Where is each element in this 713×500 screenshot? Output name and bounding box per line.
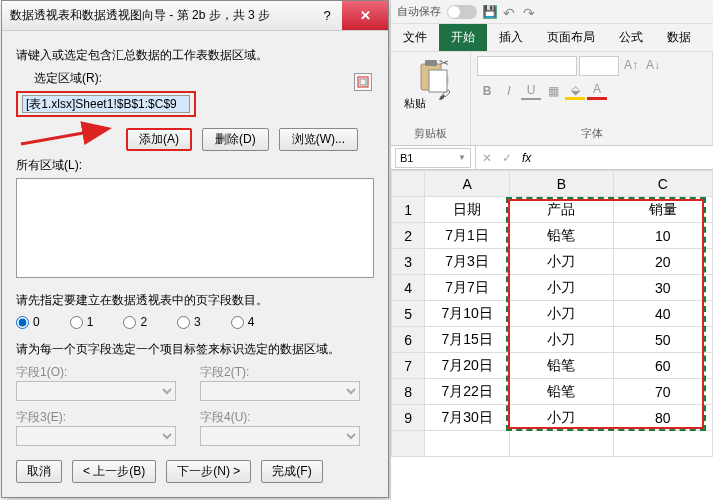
browse-button[interactable]: 浏览(W)... xyxy=(279,128,358,151)
radio-1[interactable]: 1 xyxy=(70,315,94,329)
next-button[interactable]: 下一步(N) > xyxy=(166,460,251,483)
cell[interactable]: 7月3日 xyxy=(425,249,510,275)
field4-label: 字段4(U): xyxy=(200,409,360,426)
range-picker-icon[interactable] xyxy=(354,73,372,91)
radio-0[interactable]: 0 xyxy=(16,315,40,329)
cell[interactable]: 铅笔 xyxy=(510,223,614,249)
row-header[interactable]: 6 xyxy=(392,327,425,353)
range-highlight xyxy=(16,91,196,117)
back-button[interactable]: < 上一步(B) xyxy=(72,460,156,483)
cell[interactable]: 7月1日 xyxy=(425,223,510,249)
row-header[interactable]: 3 xyxy=(392,249,425,275)
tab-data[interactable]: 数据 xyxy=(655,24,703,51)
tab-home[interactable]: 开始 xyxy=(439,24,487,51)
range-label: 选定区域(R): xyxy=(34,70,374,87)
confirm-formula-icon[interactable]: ✓ xyxy=(502,151,512,165)
border-icon[interactable]: ▦ xyxy=(543,82,563,100)
save-icon[interactable]: 💾 xyxy=(483,5,497,19)
cell[interactable]: 7月20日 xyxy=(425,353,510,379)
font-size-select[interactable] xyxy=(579,56,619,76)
increase-font-icon[interactable]: A↑ xyxy=(621,56,641,74)
spreadsheet-grid[interactable]: A B C 1日期产品销量 27月1日铅笔10 37月3日小刀20 47月7日小… xyxy=(391,170,713,457)
decrease-font-icon[interactable]: A↓ xyxy=(643,56,663,74)
cell[interactable] xyxy=(613,431,712,457)
cell[interactable]: 日期 xyxy=(425,197,510,223)
all-regions-list[interactable] xyxy=(16,178,374,278)
tab-file[interactable]: 文件 xyxy=(391,24,439,51)
radio-3[interactable]: 3 xyxy=(177,315,201,329)
col-header-B[interactable]: B xyxy=(510,171,614,197)
help-button[interactable]: ? xyxy=(312,1,342,30)
delete-button[interactable]: 删除(D) xyxy=(202,128,269,151)
row-header[interactable]: 8 xyxy=(392,379,425,405)
select-all-corner[interactable] xyxy=(392,171,425,197)
row-header[interactable] xyxy=(392,431,425,457)
cell[interactable]: 小刀 xyxy=(510,405,614,431)
font-color-icon[interactable]: A xyxy=(587,82,607,100)
col-header-C[interactable]: C xyxy=(613,171,712,197)
undo-icon[interactable]: ↶ xyxy=(503,5,517,19)
cancel-formula-icon[interactable]: ✕ xyxy=(482,151,492,165)
field3-label: 字段3(E): xyxy=(16,409,176,426)
cell[interactable]: 销量 xyxy=(613,197,712,223)
cell[interactable] xyxy=(510,431,614,457)
cell[interactable]: 铅笔 xyxy=(510,379,614,405)
fx-icon[interactable]: fx xyxy=(522,151,531,165)
fill-color-icon[interactable]: ⬙ xyxy=(565,82,585,100)
cell[interactable]: 小刀 xyxy=(510,275,614,301)
underline-icon[interactable]: U xyxy=(521,82,541,100)
row-header[interactable]: 9 xyxy=(392,405,425,431)
row-header[interactable]: 7 xyxy=(392,353,425,379)
row-header[interactable]: 2 xyxy=(392,223,425,249)
svg-rect-1 xyxy=(360,79,366,85)
col-header-A[interactable]: A xyxy=(425,171,510,197)
font-select[interactable] xyxy=(477,56,577,76)
tab-layout[interactable]: 页面布局 xyxy=(535,24,607,51)
field1-select[interactable] xyxy=(16,381,176,401)
tab-insert[interactable]: 插入 xyxy=(487,24,535,51)
cell[interactable]: 80 xyxy=(613,405,712,431)
name-box[interactable]: B1▼ xyxy=(395,148,471,168)
svg-rect-6 xyxy=(429,70,447,92)
add-button[interactable]: 添加(A) xyxy=(126,128,192,151)
cell[interactable]: 7月7日 xyxy=(425,275,510,301)
arrow-annotation xyxy=(16,127,116,151)
cell[interactable]: 小刀 xyxy=(510,327,614,353)
cell[interactable]: 40 xyxy=(613,301,712,327)
field2-select[interactable] xyxy=(200,381,360,401)
paste-button[interactable]: 粘贴 xyxy=(397,56,433,111)
field4-select[interactable] xyxy=(200,426,360,446)
row-header[interactable]: 1 xyxy=(392,197,425,223)
cell[interactable]: 7月22日 xyxy=(425,379,510,405)
cell[interactable]: 小刀 xyxy=(510,249,614,275)
row-header[interactable]: 4 xyxy=(392,275,425,301)
row-header[interactable]: 5 xyxy=(392,301,425,327)
radio-2[interactable]: 2 xyxy=(123,315,147,329)
radio-4[interactable]: 4 xyxy=(231,315,255,329)
cell[interactable]: 7月30日 xyxy=(425,405,510,431)
cell[interactable]: 10 xyxy=(613,223,712,249)
cell[interactable]: 70 xyxy=(613,379,712,405)
field3-select[interactable] xyxy=(16,426,176,446)
cell[interactable]: 30 xyxy=(613,275,712,301)
cell[interactable]: 7月10日 xyxy=(425,301,510,327)
close-button[interactable]: ✕ xyxy=(342,1,388,30)
cell[interactable]: 铅笔 xyxy=(510,353,614,379)
cell[interactable]: 60 xyxy=(613,353,712,379)
finish-button[interactable]: 完成(F) xyxy=(261,460,322,483)
cell[interactable]: 20 xyxy=(613,249,712,275)
field-label-instruction: 请为每一个页字段选定一个项目标签来标识选定的数据区域。 xyxy=(16,341,374,358)
range-input[interactable] xyxy=(22,95,190,113)
cell[interactable]: 小刀 xyxy=(510,301,614,327)
cell[interactable]: 50 xyxy=(613,327,712,353)
bold-icon[interactable]: B xyxy=(477,82,497,100)
tab-formula[interactable]: 公式 xyxy=(607,24,655,51)
italic-icon[interactable]: I xyxy=(499,82,519,100)
autosave-toggle[interactable] xyxy=(447,5,477,19)
pivot-wizard-dialog: 数据透视表和数据透视图向导 - 第 2b 步，共 3 步 ? ✕ 请键入或选定包… xyxy=(1,0,389,498)
cell[interactable]: 7月15日 xyxy=(425,327,510,353)
cell[interactable]: 产品 xyxy=(510,197,614,223)
redo-icon[interactable]: ↷ xyxy=(523,5,537,19)
cancel-button[interactable]: 取消 xyxy=(16,460,62,483)
cell[interactable] xyxy=(425,431,510,457)
